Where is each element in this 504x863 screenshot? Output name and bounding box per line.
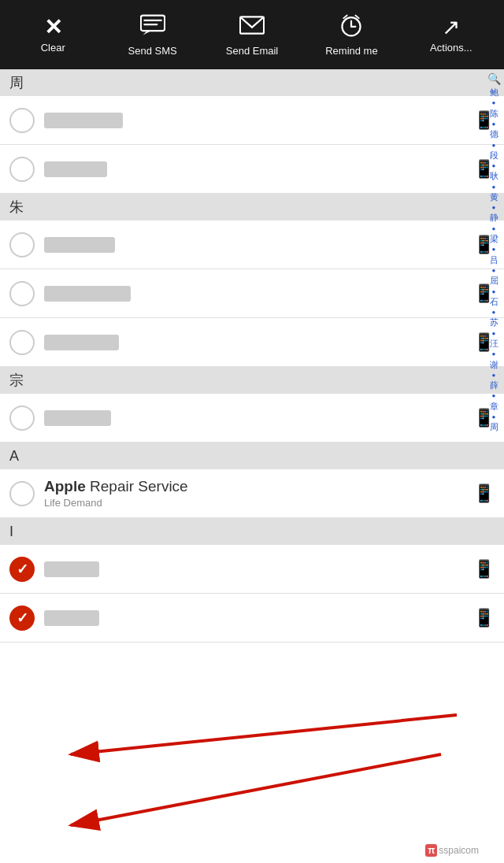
watermark-text: sspaicom: [439, 845, 479, 856]
svg-rect-0: [140, 16, 164, 31]
contact-name: [44, 561, 467, 577]
table-row[interactable]: 📱: [0, 145, 504, 194]
contact-info: [44, 285, 467, 302]
index-item[interactable]: 德: [490, 128, 498, 140]
contact-info: [44, 409, 467, 426]
index-dot: ●: [492, 329, 496, 338]
checkbox-c3[interactable]: [9, 232, 35, 257]
index-dot: ●: [492, 266, 496, 275]
contact-info: Apple Repair Service Life Demand: [44, 478, 467, 509]
index-dot: ●: [492, 371, 496, 380]
contact-info: [44, 561, 467, 577]
send-sms-button[interactable]: Send SMS: [102, 0, 202, 69]
index-item[interactable]: 谢: [490, 359, 498, 371]
index-item[interactable]: 薛: [490, 380, 498, 391]
contact-list: 周 📱 📱 朱: [0, 69, 504, 863]
index-item[interactable]: 汪: [490, 338, 498, 350]
actions-button[interactable]: ↗ Actions...: [402, 0, 501, 69]
checkbox-c1[interactable]: [9, 108, 35, 133]
index-dot: ●: [492, 203, 496, 212]
checkbox-c8[interactable]: [9, 557, 35, 582]
search-index-icon[interactable]: 🔍: [487, 72, 501, 85]
index-item[interactable]: 苏: [490, 317, 498, 328]
contact-info: [44, 112, 467, 128]
checkbox-c9[interactable]: [9, 606, 35, 631]
actions-label: Actions...: [430, 42, 472, 54]
send-email-button[interactable]: Send Email: [202, 0, 302, 69]
clear-button[interactable]: ✕ Clear: [3, 0, 102, 69]
index-dot: ●: [492, 183, 496, 191]
toolbar: ✕ Clear Send SMS Send Email: [0, 0, 504, 69]
contact-subtitle: Life Demand: [44, 497, 467, 509]
contact-name: [44, 236, 467, 253]
send-email-label: Send Email: [226, 45, 278, 57]
index-dot: ●: [492, 161, 496, 170]
index-dot: ●: [492, 224, 496, 233]
contact-name-apple: Apple Repair Service: [44, 478, 467, 495]
contact-name: [44, 161, 467, 177]
section-header-a: A: [0, 443, 504, 469]
table-row[interactable]: 📱: [0, 220, 504, 269]
index-item[interactable]: 屈: [490, 275, 498, 287]
table-row[interactable]: 📱: [0, 394, 504, 443]
table-row[interactable]: 📱: [0, 545, 504, 594]
remind-me-button[interactable]: Remind me: [302, 0, 401, 69]
contact-info: [44, 334, 467, 350]
checkbox-c4[interactable]: [9, 281, 35, 306]
index-item[interactable]: 黄: [490, 191, 498, 203]
index-item[interactable]: 石: [490, 296, 498, 308]
index-dot: ●: [492, 350, 496, 358]
contact-name-bold: Apple: [44, 478, 86, 494]
index-item[interactable]: 陈: [490, 108, 498, 120]
svg-line-8: [344, 16, 347, 19]
index-item[interactable]: 周: [490, 421, 498, 433]
index-dot: ●: [492, 413, 496, 421]
section-header-i: I: [0, 518, 504, 545]
table-row[interactable]: 📱: [0, 269, 504, 318]
remind-me-label: Remind me: [325, 45, 377, 57]
contact-name: [44, 112, 467, 128]
index-dot: ●: [492, 98, 496, 107]
index-item[interactable]: 梁: [490, 233, 498, 245]
email-icon: [239, 13, 265, 42]
section-header-zhou: 周: [0, 69, 504, 96]
table-row[interactable]: 📱: [0, 96, 504, 145]
clear-label: Clear: [41, 42, 65, 54]
main-area: 周 📱 📱 朱: [0, 69, 504, 863]
watermark: π sspaicom: [425, 844, 479, 857]
index-item[interactable]: 静: [490, 212, 498, 224]
index-item[interactable]: 吕: [490, 254, 498, 266]
section-header-zhu: 朱: [0, 194, 504, 220]
x-icon: ✕: [44, 17, 62, 39]
table-row[interactable]: Apple Repair Service Life Demand 📱: [0, 469, 504, 518]
section-header-zong: 宗: [0, 367, 504, 394]
index-item[interactable]: 耿: [490, 170, 498, 182]
index-item[interactable]: 段: [490, 150, 498, 161]
index-dot: ●: [492, 308, 496, 317]
contact-name: [44, 334, 467, 350]
checkbox-c2[interactable]: [9, 157, 35, 182]
contact-name-rest: Repair Service: [90, 478, 188, 494]
index-item[interactable]: 鲍: [490, 87, 498, 98]
contact-info: [44, 609, 467, 626]
trend-icon: ↗: [442, 17, 460, 39]
index-sidebar: 🔍 鲍 ● 陈 ● 德 ● 段 ● 耿 ● 黄 ● 静 ● 梁 ● 吕 ● 屈 …: [484, 69, 504, 863]
index-dot: ●: [492, 120, 496, 128]
table-row[interactable]: 📱: [0, 594, 504, 643]
contact-info: [44, 236, 467, 253]
send-sms-label: Send SMS: [128, 45, 177, 57]
checkbox-c6[interactable]: [9, 406, 35, 431]
checkbox-c5[interactable]: [9, 330, 35, 355]
index-item[interactable]: 章: [490, 401, 498, 413]
index-dot: ●: [492, 141, 496, 150]
contact-name: [44, 609, 467, 626]
index-dot: ●: [492, 245, 496, 254]
index-dot: ●: [492, 391, 496, 400]
contact-info: [44, 161, 467, 177]
table-row[interactable]: 📱: [0, 318, 504, 367]
contact-name: [44, 409, 467, 426]
contact-name: [44, 285, 467, 302]
checkbox-c7[interactable]: [9, 481, 35, 506]
sms-icon: [140, 13, 165, 42]
index-dot: ●: [492, 287, 496, 296]
